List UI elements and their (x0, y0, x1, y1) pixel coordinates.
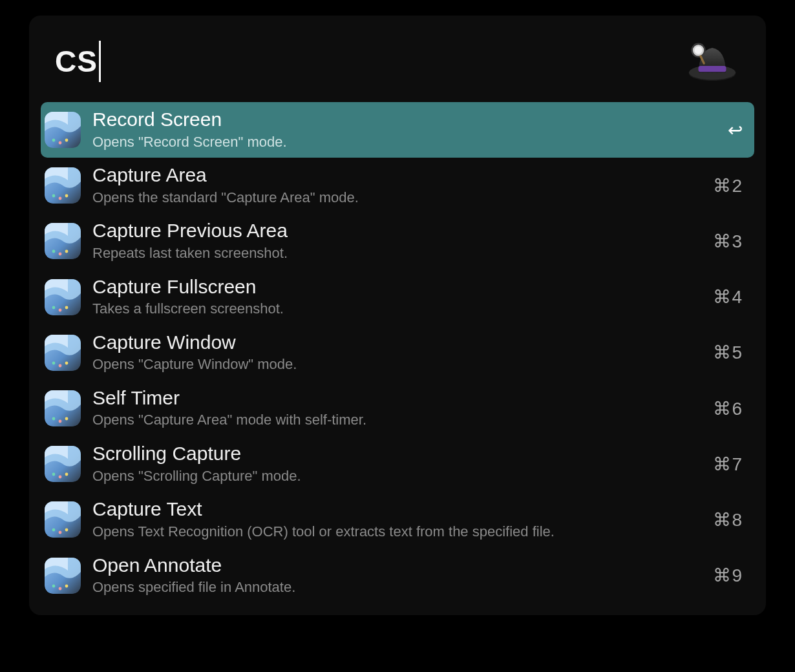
result-title: Open Annotate (92, 554, 703, 577)
result-item[interactable]: Open Annotate Opens specified file in An… (41, 548, 754, 604)
result-title: Record Screen (92, 109, 717, 131)
cleanshot-app-icon (45, 279, 81, 315)
svg-point-18 (65, 250, 69, 253)
svg-point-28 (52, 417, 56, 421)
result-subtitle: Opens Text Recognition (OCR) tool or ext… (92, 522, 703, 541)
result-item[interactable]: Record Screen Opens "Record Screen" mode… (41, 102, 754, 158)
svg-point-30 (65, 417, 69, 421)
svg-point-22 (65, 306, 69, 309)
result-text: Capture Window Opens "Capture Window" mo… (92, 331, 703, 374)
cleanshot-app-icon (45, 112, 81, 148)
result-text: Capture Area Opens the standard "Capture… (92, 164, 703, 207)
svg-point-21 (59, 308, 62, 311)
result-shortcut: ⌘6 (713, 398, 743, 419)
result-title: Scrolling Capture (92, 443, 703, 465)
result-subtitle: Opens "Scrolling Capture" mode. (92, 467, 703, 486)
svg-point-20 (52, 306, 56, 309)
result-title: Self Timer (92, 387, 703, 410)
result-text: Scrolling Capture Opens "Scrolling Captu… (92, 443, 703, 485)
result-title: Capture Text (92, 498, 703, 521)
result-shortcut: ⌘3 (713, 231, 743, 252)
result-text: Record Screen Opens "Record Screen" mode… (92, 109, 717, 151)
svg-point-42 (65, 584, 69, 587)
cleanshot-app-icon (45, 446, 81, 482)
svg-point-13 (59, 197, 62, 200)
svg-point-17 (59, 253, 62, 256)
result-shortcut: ⌘9 (713, 565, 743, 586)
result-subtitle: Opens "Record Screen" mode. (92, 132, 717, 152)
result-item[interactable]: Capture Previous Area Repeats last taken… (41, 213, 754, 269)
result-title: Capture Fullscreen (92, 276, 703, 299)
svg-point-32 (52, 473, 56, 476)
result-item[interactable]: Scrolling Capture Opens "Scrolling Captu… (41, 436, 754, 492)
cleanshot-app-icon (45, 501, 81, 538)
svg-point-10 (65, 139, 69, 142)
cleanshot-app-icon (45, 335, 81, 371)
result-item[interactable]: Capture Area Opens the standard "Capture… (41, 158, 754, 213)
svg-point-33 (59, 476, 62, 479)
svg-point-8 (52, 139, 56, 142)
search-row: CS (29, 16, 766, 101)
result-subtitle: Opens the standard "Capture Area" mode. (92, 188, 703, 207)
result-subtitle: Takes a fullscreen screenshot. (92, 299, 703, 319)
alfred-hat-icon (684, 34, 740, 89)
cleanshot-app-icon (45, 223, 81, 259)
cleanshot-app-icon (45, 390, 81, 426)
result-text: Capture Fullscreen Takes a fullscreen sc… (92, 276, 703, 319)
result-title: Capture Previous Area (92, 220, 703, 242)
result-shortcut: ⌘2 (713, 175, 743, 196)
svg-point-24 (52, 361, 56, 364)
result-item[interactable]: Capture Window Opens "Capture Window" mo… (41, 325, 754, 381)
result-shortcut: ⌘4 (713, 286, 743, 308)
result-title: Capture Area (92, 164, 703, 187)
cleanshot-app-icon (45, 167, 81, 204)
enter-key-icon: ↩ (728, 120, 743, 141)
svg-point-29 (59, 420, 62, 423)
result-subtitle: Opens "Capture Window" mode. (92, 355, 703, 374)
result-text: Open Annotate Opens specified file in An… (92, 554, 703, 597)
result-subtitle: Opens "Capture Area" mode with self-time… (92, 410, 703, 430)
svg-point-25 (59, 364, 62, 367)
svg-point-34 (65, 473, 69, 476)
result-text: Capture Previous Area Repeats last taken… (92, 220, 703, 262)
svg-point-9 (59, 142, 62, 145)
svg-point-36 (52, 529, 56, 532)
svg-point-12 (52, 194, 56, 198)
result-item[interactable]: Self Timer Opens "Capture Area" mode wit… (41, 381, 754, 436)
result-title: Capture Window (92, 331, 703, 354)
svg-point-14 (65, 194, 69, 198)
result-text: Capture Text Opens Text Recognition (OCR… (92, 498, 703, 541)
launcher-panel: CS (29, 16, 766, 615)
result-item[interactable]: Capture Fullscreen Takes a fullscreen sc… (41, 269, 754, 325)
svg-point-16 (52, 250, 56, 253)
svg-point-5 (694, 47, 702, 54)
svg-rect-2 (699, 66, 726, 72)
svg-point-40 (52, 584, 56, 587)
result-subtitle: Repeats last taken screenshot. (92, 244, 703, 263)
result-text: Self Timer Opens "Capture Area" mode wit… (92, 387, 703, 430)
cleanshot-app-icon (45, 558, 81, 594)
results-list: Record Screen Opens "Record Screen" mode… (29, 101, 766, 604)
svg-point-41 (59, 587, 62, 590)
result-shortcut: ⌘5 (713, 342, 743, 363)
svg-point-37 (59, 531, 62, 534)
result-subtitle: Opens specified file in Annotate. (92, 578, 703, 597)
svg-point-26 (65, 361, 69, 364)
result-shortcut: ⌘8 (713, 509, 743, 530)
result-shortcut: ⌘7 (713, 454, 743, 475)
result-item[interactable]: Capture Text Opens Text Recognition (OCR… (41, 492, 754, 547)
svg-point-38 (65, 529, 69, 532)
